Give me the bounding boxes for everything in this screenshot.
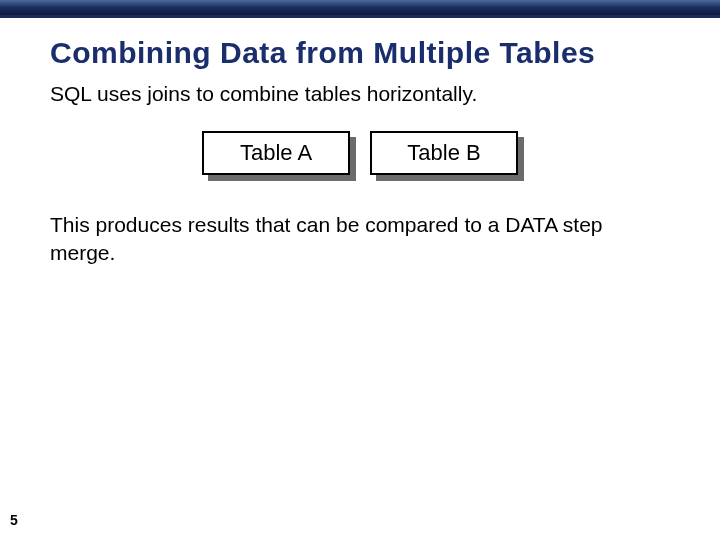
table-a-label: Table A xyxy=(202,131,350,175)
table-b-label: Table B xyxy=(370,131,518,175)
conclusion-text: This produces results that can be compar… xyxy=(50,211,670,266)
header-border xyxy=(0,0,720,18)
page-number: 5 xyxy=(10,512,18,528)
table-boxes-row: Table A Table B xyxy=(50,131,670,175)
slide-title: Combining Data from Multiple Tables xyxy=(50,36,670,70)
table-box-b: Table B xyxy=(370,131,518,175)
intro-text: SQL uses joins to combine tables horizon… xyxy=(50,80,670,107)
table-box-a: Table A xyxy=(202,131,350,175)
slide-content: Combining Data from Multiple Tables SQL … xyxy=(0,18,720,266)
